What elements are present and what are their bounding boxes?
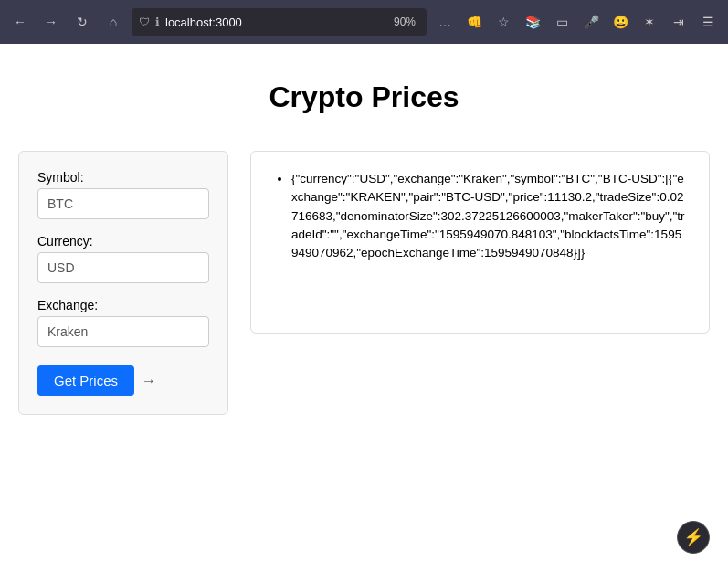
- bookmarks-button[interactable]: 📚: [520, 9, 545, 35]
- face-button[interactable]: 😀: [607, 9, 633, 35]
- zoom-level: 90%: [390, 16, 419, 28]
- extensions-button[interactable]: ⇥: [666, 9, 691, 35]
- browser-toolbar-icons: … 👊 ☆ 📚 ▭ 🎤 😀 ✶ ⇥ ☰: [432, 9, 721, 35]
- star-button[interactable]: ☆: [491, 9, 516, 35]
- home-button[interactable]: ⌂: [100, 9, 126, 35]
- forward-button[interactable]: →: [38, 9, 64, 35]
- form-panel: Symbol: Currency: Exchange: Get Prices →: [18, 151, 228, 415]
- symbol-input[interactable]: [37, 188, 209, 219]
- currency-label: Currency:: [37, 234, 209, 249]
- results-panel: {"currency":"USD","exchange":"Kraken","s…: [250, 151, 710, 334]
- url-text: localhost:3000: [165, 16, 385, 29]
- arrow-icon: →: [142, 373, 156, 389]
- exchange-group: Exchange:: [37, 298, 209, 347]
- mic-button[interactable]: 🎤: [578, 9, 604, 35]
- back-button[interactable]: ←: [7, 9, 33, 35]
- lock-icon: 🛡: [139, 16, 150, 28]
- currency-input[interactable]: [37, 252, 209, 283]
- currency-group: Currency:: [37, 234, 209, 283]
- symbol-label: Symbol:: [37, 170, 209, 185]
- page-content: Crypto Prices Symbol: Currency: Exchange…: [0, 44, 728, 565]
- exchange-input[interactable]: [37, 316, 209, 347]
- page-title: Crypto Prices: [18, 80, 710, 114]
- more-button[interactable]: …: [432, 9, 458, 35]
- browser-chrome: ← → ↻ ⌂ 🛡 ℹ localhost:3000 90% … 👊 ☆ 📚 ▭…: [0, 0, 728, 44]
- reload-button[interactable]: ↻: [69, 9, 95, 35]
- tabs-button[interactable]: ▭: [549, 9, 575, 35]
- pocket-button[interactable]: 👊: [461, 9, 487, 35]
- symbol-group: Symbol:: [37, 170, 209, 219]
- lightning-fab[interactable]: ⚡: [677, 521, 710, 554]
- expand-button[interactable]: ✶: [637, 9, 662, 35]
- menu-button[interactable]: ☰: [695, 9, 721, 35]
- info-icon: ℹ: [155, 16, 160, 28]
- get-prices-button[interactable]: Get Prices: [37, 365, 134, 396]
- form-actions: Get Prices →: [37, 365, 209, 396]
- lightning-icon: ⚡: [683, 527, 703, 547]
- exchange-label: Exchange:: [37, 298, 209, 312]
- address-bar[interactable]: 🛡 ℹ localhost:3000 90%: [132, 8, 427, 36]
- main-layout: Symbol: Currency: Exchange: Get Prices →…: [18, 151, 710, 415]
- result-item: {"currency":"USD","exchange":"Kraken","s…: [291, 170, 687, 262]
- results-list: {"currency":"USD","exchange":"Kraken","s…: [273, 170, 687, 262]
